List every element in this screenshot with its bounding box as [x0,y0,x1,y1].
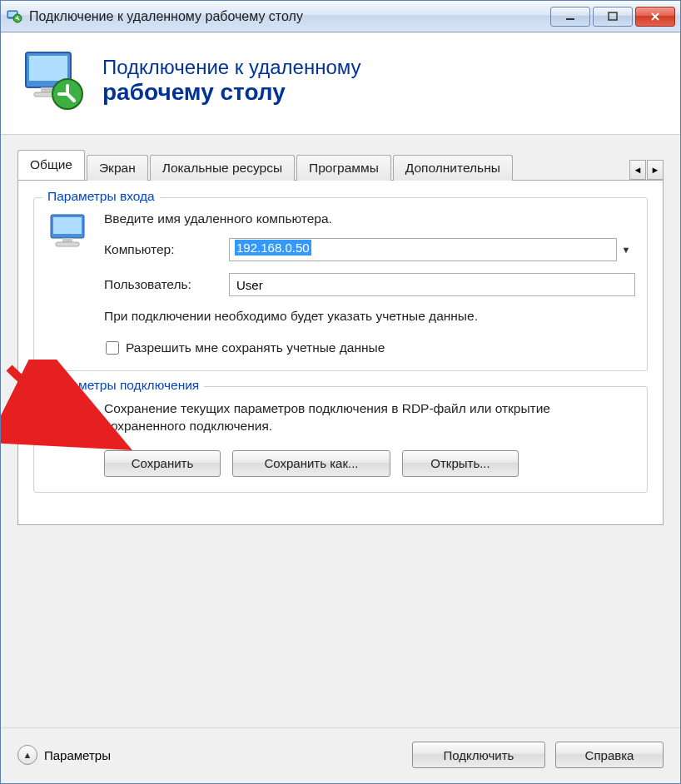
tab-scroll-left[interactable]: ◄ [629,160,646,180]
close-icon [650,12,660,22]
titlebar: Подключение к удаленному рабочему столу [1,1,680,32]
computer-label: Компьютер: [104,242,229,257]
save-credentials-label: Разрешить мне сохранять учетные данные [126,340,385,355]
minimize-icon [565,12,575,22]
window-title: Подключение к удаленному рабочему столу [29,9,550,24]
header-title-line2: рабочему столу [102,79,361,106]
credentials-note: При подключении необходимо будет указать… [104,308,635,325]
save-credentials-checkbox[interactable] [106,341,119,355]
login-instruction: Введите имя удаленного компьютера. [104,211,635,226]
maximize-button[interactable] [593,7,633,27]
connect-button[interactable]: Подключить [412,742,545,768]
options-label: Параметры [44,748,111,762]
options-toggle[interactable]: ▲ Параметры [17,745,111,765]
chevron-up-icon: ▲ [17,745,37,765]
tab-programs[interactable]: Программы [296,155,391,181]
computer-icon [46,211,92,355]
rdp-logo-icon [21,47,87,114]
tab-local-resources[interactable]: Локальные ресурсы [150,155,295,181]
svg-rect-12 [53,217,82,234]
user-field[interactable] [229,273,635,296]
tab-strip: Общие Экран Локальные ресурсы Программы … [17,150,664,180]
rdp-window: Подключение к удаленному рабочему столу [0,0,681,784]
tab-general[interactable]: Общие [17,150,85,180]
close-button[interactable] [635,7,675,27]
help-button[interactable]: Справка [555,742,664,768]
login-groupbox: Параметры входа Введите имя удаленного к… [33,197,648,371]
login-group-title: Параметры входа [42,189,160,204]
save-button[interactable]: Сохранить [104,450,221,477]
connection-note: Сохранение текущих параметров подключени… [104,400,635,435]
svg-rect-4 [609,12,617,20]
header: Подключение к удаленному рабочему столу [1,32,680,135]
save-as-button[interactable]: Сохранить как... [232,450,390,477]
connection-groupbox: Параметры подключения Сохранение текущих… [33,386,648,493]
tab-advanced[interactable]: Дополнительны [393,155,513,181]
content-area: Общие Экран Локальные ресурсы Программы … [1,135,680,727]
minimize-button[interactable] [550,7,590,27]
user-label: Пользователь: [104,277,229,292]
footer: ▲ Параметры Подключить Справка [1,727,680,783]
svg-rect-3 [566,18,574,20]
computer-combobox[interactable]: 192.168.0.50 ▼ [229,238,635,261]
svg-rect-14 [56,242,79,246]
computer-value: 192.168.0.50 [235,240,311,256]
header-title-line1: Подключение к удаленному [102,56,361,79]
tab-display[interactable]: Экран [87,155,148,181]
folder-icon [46,400,92,477]
tab-panel-general: Параметры входа Введите имя удаленного к… [17,180,664,525]
app-icon [6,8,22,25]
connection-group-title: Параметры подключения [42,378,204,393]
tab-scroll-right[interactable]: ► [647,160,664,180]
maximize-icon [608,12,618,22]
chevron-down-icon[interactable]: ▼ [617,245,635,255]
svg-rect-6 [29,56,67,81]
open-button[interactable]: Открыть... [402,450,519,477]
svg-rect-13 [62,238,72,242]
